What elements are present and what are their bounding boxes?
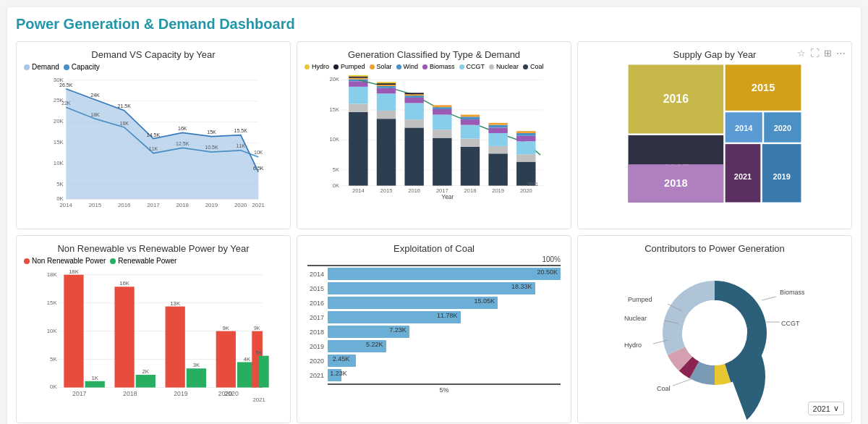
svg-rect-81 — [461, 116, 480, 119]
svg-text:2021: 2021 — [252, 397, 265, 403]
demand-area — [66, 89, 258, 200]
coal-row-2017: 2017 11.78K — [307, 311, 561, 323]
legend-demand: Demand — [24, 63, 59, 71]
filter-icon[interactable]: ⛶ — [810, 48, 820, 59]
svg-rect-91 — [516, 141, 535, 154]
svg-rect-78 — [461, 139, 480, 147]
non-renewable-chart: 18K 15K 10K 5K 0K 18K 1K 16K 2K — [24, 268, 283, 402]
svg-text:2018: 2018 — [176, 202, 190, 208]
dropdown-arrow: ∨ — [833, 404, 839, 413]
svg-text:14.5K: 14.5K — [147, 132, 161, 137]
svg-text:18K: 18K — [47, 271, 58, 278]
svg-rect-48 — [349, 112, 367, 186]
bar-r-2021 — [259, 356, 269, 388]
legend-solar: Solar — [370, 63, 392, 70]
svg-rect-66 — [404, 103, 423, 119]
more-icon[interactable]: ⋯ — [836, 48, 846, 59]
legend-ccgt: CCGT — [459, 63, 485, 70]
year-select[interactable]: 2021 ∨ — [808, 402, 844, 415]
bar-r-2019 — [187, 368, 206, 387]
svg-text:2016: 2016 — [408, 187, 420, 194]
svg-text:2016: 2016 — [663, 93, 689, 105]
bar-nr-2019 — [166, 307, 185, 388]
svg-text:3K: 3K — [193, 362, 200, 368]
svg-text:11K: 11K — [149, 146, 158, 151]
label-hydro: Hydro — [624, 342, 642, 349]
coal-exploitation-card: Exploitation of Coal 100% 2014 20.50K 2 — [297, 235, 571, 423]
bar-2014 — [349, 75, 367, 186]
generation-classified-card: Generation Classified by Type & Demand H… — [297, 41, 571, 229]
legend-capacity: Capacity — [64, 63, 100, 71]
svg-rect-55 — [349, 75, 367, 77]
label-pumped: Pumped — [628, 296, 652, 303]
svg-text:15K: 15K — [54, 139, 64, 145]
svg-text:10K: 10K — [54, 160, 64, 166]
coal-row-2019: 2019 5.22K — [307, 340, 561, 352]
bar-2016 — [404, 93, 423, 185]
svg-text:2014: 2014 — [60, 202, 73, 208]
svg-text:2019: 2019 — [205, 202, 218, 208]
svg-text:2018: 2018 — [664, 177, 688, 189]
svg-text:2017: 2017 — [72, 390, 87, 397]
svg-text:6.5K: 6.5K — [253, 166, 264, 171]
svg-text:15K: 15K — [47, 300, 58, 306]
coal-row-2020: 2020 2.45K — [307, 355, 561, 367]
svg-rect-67 — [404, 98, 423, 103]
svg-text:2020: 2020 — [774, 124, 791, 132]
svg-text:22K: 22K — [61, 101, 71, 106]
bar-2017 — [433, 105, 451, 185]
svg-text:10.5K: 10.5K — [205, 145, 218, 150]
svg-rect-58 — [377, 93, 396, 111]
legend-renewable: Renewable Power — [110, 257, 176, 265]
svg-text:13K: 13K — [170, 300, 181, 307]
star-icon[interactable]: ☆ — [797, 48, 806, 59]
legend-coal: Coal — [523, 63, 544, 70]
non-renewable-card: Non Renewable vs Renewable Power by Year… — [16, 235, 291, 423]
demand-capacity-card: Demand VS Capacity by Year Demand Capaci… — [16, 41, 291, 229]
svg-rect-73 — [433, 115, 451, 130]
svg-text:0K: 0K — [50, 383, 57, 390]
svg-text:0K: 0K — [333, 182, 339, 189]
svg-text:21.5K: 21.5K — [118, 103, 132, 109]
svg-text:16K: 16K — [119, 280, 130, 287]
generation-chart: 20K 15K 10K 5K 0K — [305, 73, 563, 192]
svg-rect-64 — [404, 127, 423, 185]
donut-wrapper: Biomass CCGT Pumped Nuclear Hydro Coal — [585, 257, 844, 398]
svg-text:5K: 5K — [333, 166, 339, 173]
svg-rect-50 — [349, 87, 367, 104]
svg-text:9K: 9K — [223, 325, 230, 331]
svg-text:Year: Year — [441, 193, 454, 200]
export-icon[interactable]: ⊞ — [824, 48, 832, 59]
svg-text:18K: 18K — [69, 268, 80, 275]
svg-text:2019: 2019 — [492, 187, 504, 194]
svg-rect-75 — [433, 107, 451, 109]
legend-non-renewable: Non Renewable Power — [24, 257, 106, 265]
non-renewable-legend: Non Renewable Power Renewable Power — [24, 257, 283, 265]
svg-text:2015: 2015 — [380, 187, 393, 194]
bar-2018 — [461, 115, 480, 186]
svg-text:24K: 24K — [90, 93, 100, 98]
bar-2015 — [377, 82, 396, 185]
svg-text:2020: 2020 — [520, 187, 532, 194]
coal-row-2018: 2018 7.23K — [307, 326, 561, 338]
svg-rect-77 — [461, 147, 480, 186]
svg-text:4K: 4K — [244, 356, 251, 362]
svg-rect-49 — [349, 103, 367, 111]
svg-text:2014: 2014 — [735, 124, 753, 132]
svg-text:20K: 20K — [330, 76, 339, 82]
svg-text:2015: 2015 — [752, 82, 775, 93]
legend-nuclear: Nuclear — [489, 63, 519, 70]
svg-text:2018: 2018 — [123, 390, 137, 397]
supply-gap-icons[interactable]: ☆ ⛶ ⊞ ⋯ — [797, 48, 846, 59]
svg-text:2020: 2020 — [218, 390, 233, 397]
dashboard: Power Generation & Demand Dashboard Dema… — [7, 7, 861, 424]
svg-text:2021: 2021 — [527, 182, 538, 187]
coal-top-rule — [307, 265, 561, 266]
svg-line-138 — [762, 297, 776, 300]
svg-rect-70 — [404, 93, 423, 94]
svg-text:5K: 5K — [56, 181, 64, 187]
svg-rect-90 — [516, 154, 535, 161]
svg-text:2018: 2018 — [464, 187, 477, 194]
svg-text:11K: 11K — [237, 143, 246, 148]
demand-color — [24, 64, 30, 70]
